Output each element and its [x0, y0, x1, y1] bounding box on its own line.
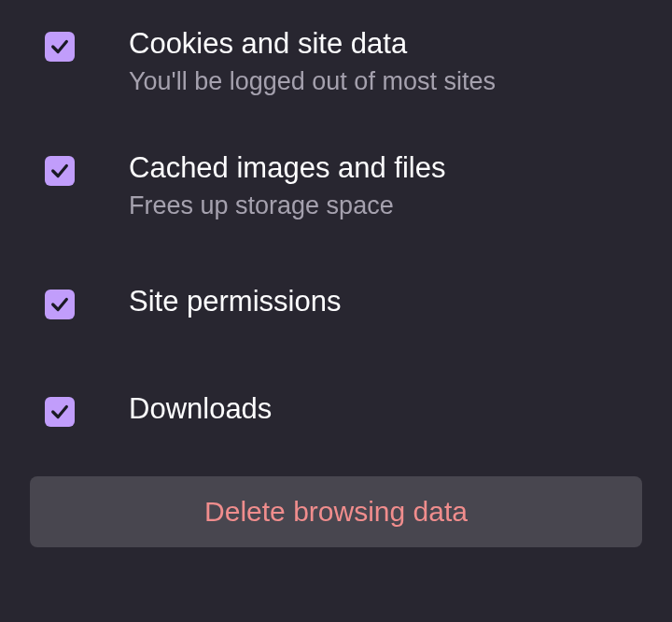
- checkbox-permissions[interactable]: [45, 290, 75, 319]
- option-subtitle: You'll be logged out of most sites: [129, 64, 496, 98]
- label-group: Site permissions: [129, 284, 341, 320]
- checkbox-cookies[interactable]: [45, 32, 75, 62]
- option-title: Site permissions: [129, 284, 341, 320]
- option-subtitle: Frees up storage space: [129, 189, 445, 222]
- delete-button-label: Delete browsing data: [204, 496, 468, 528]
- checkbox-cache[interactable]: [45, 156, 75, 186]
- label-group: Cached images and files Frees up storage…: [129, 150, 445, 222]
- option-title: Cached images and files: [129, 150, 445, 187]
- option-row-downloads[interactable]: Downloads: [0, 356, 672, 463]
- check-icon: [49, 294, 70, 315]
- check-icon: [49, 402, 70, 422]
- check-icon: [49, 36, 70, 57]
- option-row-cookies[interactable]: Cookies and site data You'll be logged o…: [0, 0, 672, 124]
- option-title: Cookies and site data: [129, 26, 496, 63]
- check-icon: [49, 161, 70, 181]
- option-row-cache[interactable]: Cached images and files Frees up storage…: [0, 124, 672, 248]
- label-group: Downloads: [129, 391, 272, 428]
- delete-browsing-data-button[interactable]: Delete browsing data: [30, 476, 642, 547]
- label-group: Cookies and site data You'll be logged o…: [129, 26, 496, 98]
- option-row-permissions[interactable]: Site permissions: [0, 248, 672, 356]
- option-title: Downloads: [129, 391, 272, 428]
- checkbox-downloads[interactable]: [45, 397, 75, 427]
- delete-browsing-data-panel: Cookies and site data You'll be logged o…: [0, 0, 672, 547]
